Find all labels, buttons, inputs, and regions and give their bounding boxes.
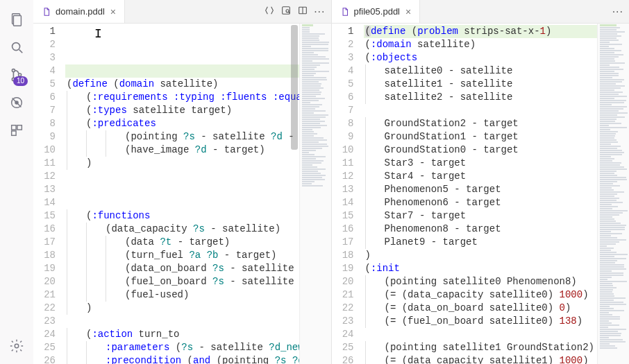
close-icon[interactable]: ×	[109, 7, 117, 17]
line-number: 2	[33, 38, 56, 51]
code-line[interactable]: (= (fuel_on_board satellite0) 138)	[364, 315, 630, 328]
line-number: 14	[332, 196, 354, 209]
code-line[interactable]: Star3 - target	[364, 157, 630, 170]
code-line[interactable]: (define (problem strips-sat-x-1)	[364, 25, 630, 38]
line-number: 22	[33, 302, 56, 315]
code-line[interactable]: Star4 - target	[364, 170, 630, 183]
svg-line-3	[19, 50, 23, 53]
svg-rect-11	[17, 125, 22, 130]
minimap[interactable]	[299, 24, 331, 364]
code-line[interactable]: (pointing satellite1 GroundStation2)	[364, 341, 630, 354]
editor-groups: domain.pddl × ··· 1234567891011121314151…	[33, 0, 629, 364]
editor-body-left[interactable]: 1234567891011121314151617181920212223242…	[33, 24, 331, 364]
line-number: 26	[332, 354, 354, 364]
code-line[interactable]	[364, 328, 630, 341]
line-number: 8	[332, 117, 354, 130]
line-number: 8	[33, 117, 56, 130]
line-number: 18	[332, 249, 354, 262]
minimap[interactable]	[597, 24, 629, 364]
line-gutter: 1234567891011121314151617181920212223242…	[33, 24, 65, 364]
line-number: 16	[332, 223, 354, 236]
svg-rect-1	[13, 16, 21, 26]
code-line[interactable]	[364, 104, 630, 117]
line-number: 23	[332, 315, 354, 328]
line-number: 25	[33, 341, 56, 354]
file-icon	[42, 7, 51, 17]
line-number: 18	[33, 249, 56, 262]
tab-actions-right: ···	[607, 0, 629, 23]
code-line[interactable]: Phenomenon8 - target	[364, 223, 630, 236]
line-number: 4	[332, 64, 354, 78]
code-line[interactable]: )	[364, 249, 630, 262]
line-gutter: 1234567891011121314151617181920212223242…	[332, 24, 364, 364]
tab-bar-left: domain.pddl × ···	[33, 0, 331, 24]
more-actions-icon[interactable]: ···	[612, 6, 623, 18]
activity-bar: 10	[0, 0, 33, 364]
source-control-icon[interactable]: 10	[0, 61, 33, 89]
line-number: 23	[33, 315, 56, 328]
line-number: 16	[33, 223, 56, 236]
code-line[interactable]: (pointing satellite0 Phenomenon8)	[364, 275, 630, 288]
line-number: 21	[33, 288, 56, 302]
code-line[interactable]: (= (data_on_board satellite0) 0)	[364, 302, 630, 315]
line-number: 9	[33, 130, 56, 144]
code-line[interactable]: satellite1 - satellite	[364, 78, 630, 91]
app-root: 10 domain.pddl ×	[0, 0, 629, 364]
run-icon[interactable]	[0, 89, 33, 116]
code-line[interactable]: satellite0 - satellite	[364, 64, 630, 78]
scm-badge: 10	[13, 76, 28, 86]
line-number: 7	[33, 104, 56, 117]
search-icon[interactable]	[0, 33, 33, 61]
split-editor-icon[interactable]	[297, 5, 308, 18]
explorer-icon[interactable]	[0, 6, 33, 33]
line-number: 10	[33, 144, 56, 157]
code-line[interactable]: satellite2 - satellite	[364, 91, 630, 104]
line-number: 15	[332, 209, 354, 223]
tab-actions-left: ···	[258, 0, 330, 23]
code-line[interactable]: (:domain satellite)	[364, 38, 630, 51]
code-area[interactable]: (define (problem strips-sat-x-1)(:domain…	[364, 24, 630, 364]
line-number: 6	[33, 91, 56, 104]
settings-gear-icon[interactable]	[0, 332, 33, 360]
line-number: 20	[33, 275, 56, 288]
code-line[interactable]: GroundStation0 - target	[364, 144, 630, 157]
line-number: 5	[332, 78, 354, 91]
code-line[interactable]: GroundStation2 - target	[364, 117, 630, 130]
close-icon[interactable]: ×	[404, 7, 412, 17]
code-line[interactable]: (= (data_capacity satellite0) 1000)	[364, 288, 630, 302]
diff-icon[interactable]	[264, 5, 275, 18]
line-number: 17	[33, 236, 56, 249]
tab-domain-pddl[interactable]: domain.pddl ×	[33, 0, 125, 23]
line-number: 19	[332, 262, 354, 275]
scrollbar-thumb[interactable]	[291, 25, 298, 150]
scrollbar[interactable]	[291, 24, 299, 364]
code-line[interactable]: Phenomenon6 - target	[364, 196, 630, 209]
line-number: 24	[33, 328, 56, 341]
more-actions-icon[interactable]: ···	[314, 6, 325, 18]
extensions-icon[interactable]	[0, 116, 33, 144]
line-number: 2	[332, 38, 354, 51]
code-line[interactable]: (= (data_capacity satellite1) 1000)	[364, 354, 630, 364]
tab-pfile05-pddl[interactable]: pfile05.pddl ×	[332, 0, 421, 23]
code-line[interactable]: Star7 - target	[364, 209, 630, 223]
code-line[interactable]: Planet9 - target	[364, 236, 630, 249]
file-icon	[340, 7, 350, 17]
tab-label: pfile05.pddl	[354, 6, 401, 17]
code-line[interactable]: (:init	[364, 262, 630, 275]
svg-point-13	[15, 344, 19, 348]
editor-group-left: domain.pddl × ··· 1234567891011121314151…	[33, 0, 331, 364]
svg-rect-12	[12, 131, 16, 135]
line-number: 1	[332, 25, 354, 38]
svg-point-2	[12, 43, 20, 51]
line-number: 15	[33, 209, 56, 223]
line-number: 12	[332, 170, 354, 183]
code-line[interactable]: GroundStation1 - target	[364, 130, 630, 144]
tab-label: domain.pddl	[56, 6, 105, 17]
code-line[interactable]: Phenomenon5 - target	[364, 183, 630, 196]
line-number: 6	[332, 91, 354, 104]
editor-body-right[interactable]: 1234567891011121314151617181920212223242…	[332, 24, 630, 364]
code-line[interactable]: (:objects	[364, 51, 630, 64]
line-number: 11	[332, 157, 354, 170]
line-number: 25	[332, 341, 354, 354]
open-preview-icon[interactable]	[280, 5, 292, 18]
